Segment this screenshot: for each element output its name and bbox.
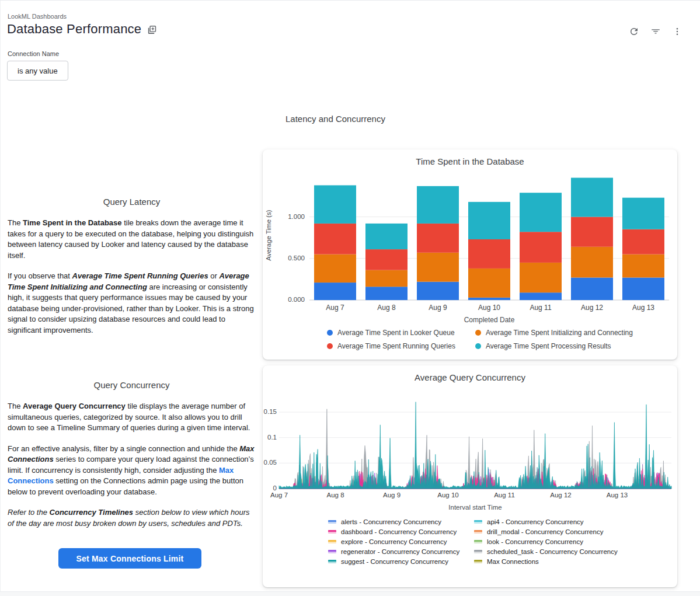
filter-label: Connection Name: [8, 50, 59, 57]
refresh-icon[interactable]: [628, 25, 640, 38]
area-x-axis-label: Interval start Time: [279, 504, 671, 511]
x-tick-label: Aug 7: [262, 492, 297, 499]
legend-swatch: [475, 343, 481, 349]
stacked-bar-chart[interactable]: [263, 149, 677, 360]
area-series-scheduled_task[interactable]: [279, 409, 671, 489]
page-title: Database Performance: [7, 22, 141, 37]
legend-item-drill_modal[interactable]: drill_modal - Concurrency Concurrency: [474, 528, 618, 535]
legend-swatch: [327, 343, 333, 349]
more-options-icon[interactable]: [671, 25, 684, 38]
y-tick-label: 0.05: [257, 459, 277, 466]
legend-item-alerts[interactable]: alerts - Concurrency Concurrency: [328, 518, 474, 525]
filter-icon[interactable]: [649, 25, 662, 38]
legend-item-processing[interactable]: Average Time Spent Processing Results: [475, 342, 633, 350]
legend-label: Max Connections: [487, 558, 539, 565]
bar-segment-aug[interactable]: [520, 232, 562, 263]
x-tick-label: Aug 13: [618, 304, 669, 312]
legend-item-in[interactable]: Average Time Spent in Looker Queue: [327, 329, 475, 337]
bar-segment-aug[interactable]: [417, 253, 459, 282]
bar-segment-aug[interactable]: [571, 278, 613, 301]
title-row: Database Performance: [7, 22, 156, 37]
bar-segment-aug[interactable]: [622, 229, 664, 255]
legend-swatch: [474, 550, 482, 553]
dashboard-page: LookML Dashboards Database Performance C…: [0, 0, 700, 596]
paragraph: The Time Spent in the Database tile brea…: [8, 218, 256, 261]
legend-swatch: [327, 330, 333, 336]
bar-segment-aug[interactable]: [622, 278, 664, 301]
legend-item-look[interactable]: look - Concurrency Concurrency: [474, 538, 618, 545]
x-tick-label: Aug 10: [431, 492, 466, 499]
legend-label: look - Concurrency Concurrency: [487, 538, 583, 545]
legend-label: Average Time Spent in Looker Queue: [337, 329, 455, 337]
legend-item-dashboard[interactable]: dashboard - Concurrency Concurrency: [328, 528, 474, 535]
section-title: Latency and Concurrency: [285, 114, 385, 124]
x-tick-label: Aug 7: [309, 304, 361, 312]
x-tick-label: Aug 12: [544, 492, 579, 499]
bar-segment-aug[interactable]: [314, 224, 356, 255]
breadcrumb[interactable]: LookML Dashboards: [8, 13, 67, 20]
x-tick-label: Aug 11: [487, 492, 522, 499]
x-tick-label: Aug 8: [361, 304, 412, 312]
bar-segment-aug[interactable]: [417, 186, 459, 224]
bar-segment-aug[interactable]: [520, 193, 562, 232]
legend-item-api4[interactable]: api4 - Concurrency Concurrency: [474, 518, 618, 525]
legend-swatch: [474, 540, 482, 543]
x-tick-label: Aug 10: [464, 304, 515, 312]
legend-swatch: [475, 330, 481, 336]
bar-segment-aug[interactable]: [571, 247, 613, 278]
bar-segment-aug[interactable]: [520, 292, 562, 300]
bar-segment-aug[interactable]: [417, 282, 459, 300]
query-latency-heading: Query Latency: [8, 197, 256, 207]
legend-item-initializing[interactable]: Average Time Spent Initializing and Conn…: [475, 329, 633, 337]
paragraph: Refer to the Concurrency Timelines secti…: [8, 507, 256, 529]
legend-label: Average Time Spent Running Queries: [337, 342, 455, 350]
bar-segment-aug[interactable]: [468, 202, 510, 239]
legend-label: drill_modal - Concurrency Concurrency: [487, 528, 603, 535]
bar-segment-aug[interactable]: [314, 255, 356, 283]
legend-label: alerts - Concurrency Concurrency: [341, 518, 441, 525]
query-latency-note: Query Latency The Time Spent in the Data…: [8, 197, 256, 346]
legend-item-max[interactable]: Max Connections: [474, 558, 618, 565]
y-tick-label: 0.000: [270, 296, 305, 303]
bar-segment-aug[interactable]: [571, 217, 613, 247]
legend-item-scheduled_task[interactable]: scheduled_task - Concurrency Concurrency: [474, 548, 618, 555]
legend-label: Average Time Spent Initializing and Conn…: [486, 329, 633, 337]
connection-name-filter[interactable]: is any value: [7, 61, 68, 81]
bar-segment-aug[interactable]: [365, 270, 408, 287]
y-tick-label: 0.500: [270, 255, 305, 262]
x-tick-label: Aug 9: [374, 492, 409, 499]
legend-swatch: [474, 560, 482, 563]
legend-label: explore - Concurrency Concurrency: [341, 538, 447, 545]
bar-segment-aug[interactable]: [417, 224, 459, 253]
bar-segment-aug[interactable]: [571, 178, 613, 217]
bar-segment-aug[interactable]: [622, 198, 664, 229]
tile-average-query-concurrency: Average Query Concurrency 00.050.10.15 A…: [263, 365, 677, 587]
duplicate-dashboard-icon[interactable]: [147, 25, 156, 35]
query-concurrency-heading: Query Concurrency: [8, 380, 256, 390]
bar-segment-aug[interactable]: [314, 185, 356, 224]
query-concurrency-note: Query Concurrency The Average Query Conc…: [8, 380, 256, 539]
legend-item-suggest[interactable]: suggest - Concurrency Concurrency: [328, 558, 474, 565]
legend-item-running[interactable]: Average Time Spent Running Queries: [327, 342, 475, 350]
bar-segment-aug[interactable]: [622, 255, 664, 278]
legend-item-explore[interactable]: explore - Concurrency Concurrency: [328, 538, 474, 545]
bar-segment-aug[interactable]: [365, 249, 408, 270]
legend-item-regenerator[interactable]: regenerator - Concurrency Concurrency: [328, 548, 474, 555]
y-tick-label: 0.1: [257, 434, 277, 441]
x-tick-label: Aug 11: [515, 304, 566, 312]
bar-segment-aug[interactable]: [468, 269, 510, 298]
bar-segment-aug[interactable]: [365, 224, 408, 249]
bar-segment-aug[interactable]: [468, 239, 510, 269]
bar-segment-aug[interactable]: [365, 287, 408, 300]
legend-swatch: [474, 530, 482, 534]
bar-segment-aug[interactable]: [468, 298, 510, 300]
set-max-connections-button[interactable]: Set Max Connections Limit: [58, 548, 201, 569]
bar-segment-aug[interactable]: [314, 283, 356, 300]
paragraph: If you observe that Average Time Spent R…: [8, 271, 256, 336]
x-tick-label: Aug 8: [318, 492, 353, 499]
bar-x-axis-label: Completed Date: [309, 316, 669, 324]
bar-segment-aug[interactable]: [520, 263, 562, 292]
legend-label: regenerator - Concurrency Concurrency: [341, 548, 459, 555]
page-left-edge: [0, 1, 1, 596]
legend-label: api4 - Concurrency Concurrency: [487, 518, 584, 525]
